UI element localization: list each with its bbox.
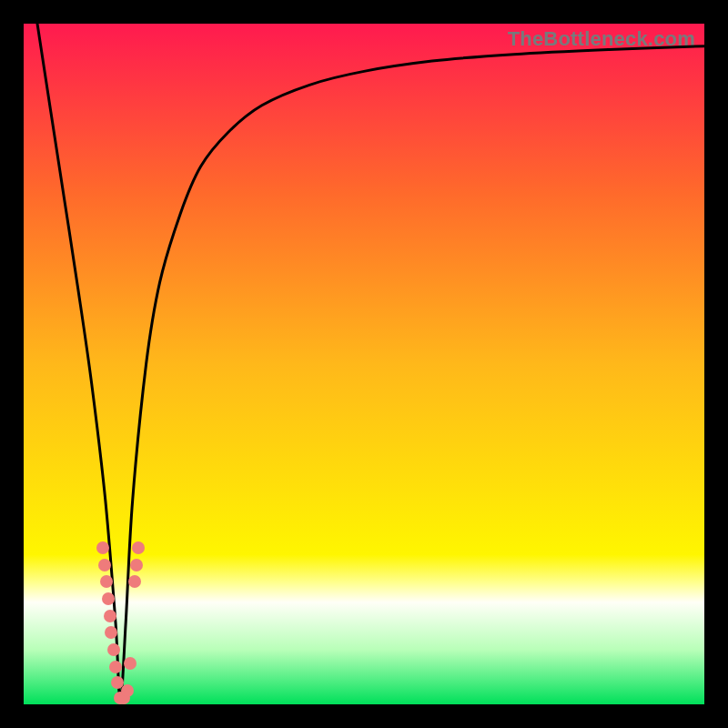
chart-frame: TheBottleneck.com xyxy=(0,0,728,728)
data-point xyxy=(121,684,134,697)
data-point xyxy=(96,541,109,554)
plot-area: TheBottleneck.com xyxy=(24,24,704,704)
data-point xyxy=(109,661,122,673)
data-point xyxy=(107,643,120,656)
data-point xyxy=(102,592,115,605)
data-point xyxy=(104,610,116,622)
data-point xyxy=(98,559,111,571)
data-point xyxy=(130,559,143,571)
bottleneck-curve xyxy=(24,24,704,704)
data-point xyxy=(100,575,113,588)
